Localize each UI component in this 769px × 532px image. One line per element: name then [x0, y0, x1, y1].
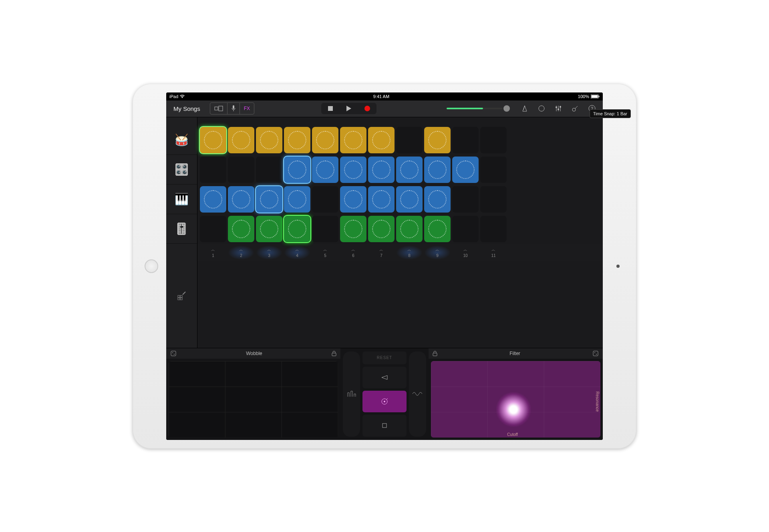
empty-cell[interactable] [452, 127, 479, 153]
loop-cell[interactable] [200, 186, 226, 213]
loop-cell[interactable] [424, 157, 451, 183]
track-drums[interactable]: 🥁 [166, 125, 197, 155]
loop-cell[interactable] [312, 157, 338, 183]
loop-cell[interactable] [340, 157, 366, 183]
loop-cell[interactable] [368, 127, 395, 153]
loop-cell[interactable] [452, 157, 479, 183]
fx-left-randomize-icon[interactable] [170, 350, 177, 357]
column-trigger[interactable]: ︿8 [396, 245, 423, 260]
column-trigger[interactable]: ︿6 [340, 245, 366, 260]
loop-button[interactable] [535, 103, 548, 114]
loop-cell[interactable] [284, 216, 310, 242]
loop-cell[interactable] [340, 216, 366, 242]
column-trigger[interactable]: ︿10 [452, 245, 479, 260]
waveform-icon [372, 131, 391, 149]
column-trigger[interactable]: ︿2 [228, 245, 254, 260]
waveform-icon [372, 161, 391, 179]
loop-cell[interactable] [424, 216, 451, 242]
chevron-up-icon: ︿ [239, 247, 243, 253]
column-trigger[interactable]: ︿3 [256, 245, 282, 260]
volume-slider[interactable] [443, 103, 515, 114]
column-number: 8 [408, 253, 411, 258]
empty-cell[interactable] [480, 216, 507, 242]
empty-cell[interactable] [396, 127, 423, 153]
empty-cell[interactable] [452, 216, 479, 242]
settings-button[interactable] [568, 103, 582, 114]
grid-edit-button[interactable] [166, 244, 197, 348]
empty-cell[interactable] [312, 186, 338, 213]
waveform-icon [260, 220, 278, 238]
empty-cell[interactable] [256, 157, 282, 183]
empty-cell[interactable] [480, 186, 507, 213]
svg-point-28 [596, 354, 597, 355]
empty-cell[interactable] [480, 127, 507, 153]
loop-cell[interactable] [424, 186, 451, 213]
loop-cell[interactable] [368, 216, 395, 242]
loop-cell[interactable] [256, 186, 282, 213]
metronome-button[interactable] [518, 103, 531, 114]
loop-cell[interactable] [396, 157, 423, 183]
loop-cell[interactable] [256, 216, 282, 242]
column-trigger[interactable]: ︿4 [284, 245, 310, 260]
column-trigger[interactable]: ︿9 [424, 245, 451, 260]
svg-rect-16 [178, 298, 180, 300]
home-button[interactable] [145, 259, 158, 273]
loop-cell[interactable] [368, 157, 395, 183]
loop-cell[interactable] [284, 157, 310, 183]
column-trigger[interactable]: ︿7 [368, 245, 395, 260]
loop-cell[interactable] [312, 127, 338, 153]
gater-slider[interactable] [343, 351, 360, 437]
fx-reverse-button[interactable] [362, 367, 407, 388]
loop-cell[interactable] [284, 127, 310, 153]
loop-cell[interactable] [368, 186, 395, 213]
delay-slider[interactable] [409, 351, 426, 437]
loop-cell[interactable] [396, 216, 423, 242]
loop-cell[interactable] [256, 127, 282, 153]
mixer-button[interactable] [552, 103, 565, 114]
waveform-icon [288, 220, 306, 238]
fx-right-pad: Filter Cutoff Resonance [429, 348, 603, 440]
loop-cell[interactable] [228, 216, 254, 242]
empty-cell[interactable] [200, 157, 226, 183]
empty-cell[interactable] [228, 157, 254, 183]
loop-cell[interactable] [284, 186, 310, 213]
loop-cell[interactable] [228, 127, 254, 153]
column-trigger[interactable]: ︿11 [480, 245, 507, 260]
track-keys[interactable]: 🎹 [166, 185, 197, 214]
loop-cell[interactable] [200, 127, 226, 153]
loop-cell[interactable] [396, 186, 423, 213]
fx-reset-button[interactable]: RESET [362, 351, 407, 365]
fx-scratch-button[interactable] [362, 391, 407, 412]
fx-right-lock-icon[interactable] [433, 351, 437, 356]
fx-right-randomize-icon[interactable] [592, 350, 599, 357]
mic-button[interactable] [227, 103, 240, 114]
loop-cell[interactable] [340, 127, 366, 153]
chevron-up-icon: ︿ [323, 247, 327, 253]
browser-toggle-button[interactable] [210, 103, 227, 114]
fx-button[interactable]: FX [240, 103, 254, 114]
wobble-xy-pad[interactable] [169, 361, 338, 438]
empty-cell[interactable] [452, 186, 479, 213]
track-sampler[interactable]: 🎛️ [166, 155, 197, 185]
stop-button[interactable] [321, 103, 340, 114]
my-songs-button[interactable]: My Songs [170, 103, 203, 114]
fx-stop-button[interactable] [362, 415, 407, 436]
play-button[interactable] [340, 103, 358, 114]
empty-cell[interactable] [200, 216, 226, 242]
svg-point-8 [556, 106, 557, 108]
loop-cell[interactable] [340, 186, 366, 213]
column-trigger[interactable]: ︿5 [312, 245, 338, 260]
waveform-icon [400, 161, 419, 179]
empty-cell[interactable] [480, 157, 507, 183]
column-trigger[interactable]: ︿1 [200, 245, 226, 260]
track-synth[interactable]: 🎚️ [166, 214, 197, 244]
record-button[interactable] [358, 103, 376, 114]
empty-cell[interactable] [312, 216, 338, 242]
waveform-icon [400, 190, 419, 209]
waveform-icon [288, 131, 306, 149]
fx-left-lock-icon[interactable] [332, 351, 336, 356]
time-snap-badge[interactable]: Time Snap: 1 Bar [590, 109, 603, 118]
filter-xy-pad[interactable]: Cutoff Resonance [431, 361, 600, 438]
loop-cell[interactable] [424, 127, 451, 153]
loop-cell[interactable] [228, 186, 254, 213]
